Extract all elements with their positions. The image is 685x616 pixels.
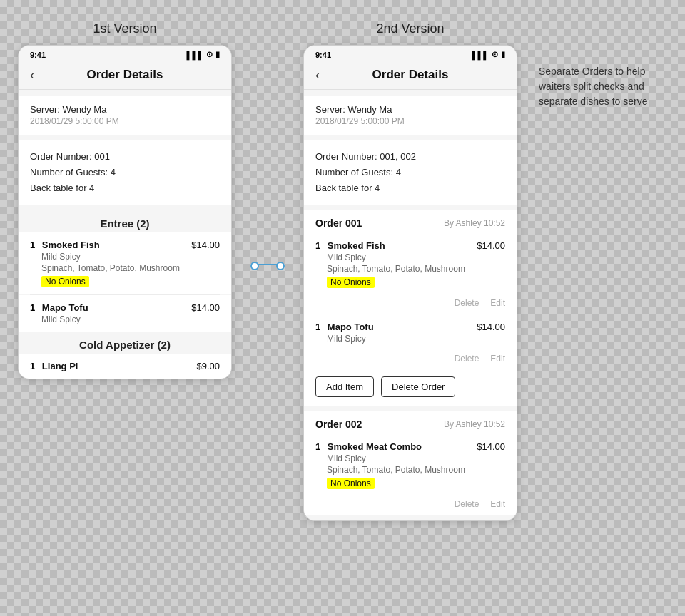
item-price-2: $14.00 — [191, 302, 220, 313]
item-mapo-tofu-v1: 1 Mapo Tofu $14.00 Mild Spicy — [19, 295, 231, 332]
datetime-v1: 2018/01/29 5:00:00 PM — [30, 116, 220, 126]
add-item-button[interactable]: Add Item — [315, 376, 374, 397]
item-row-smc-v2: 1 Smoked Meat Combo $14.00 — [315, 441, 505, 452]
item-name-2: Mapo Tofu — [42, 302, 88, 313]
item-row-mapo-v2: 1 Mapo Tofu $14.00 — [315, 322, 505, 332]
item-left-mapo-v2: 1 Mapo Tofu — [315, 322, 374, 332]
wifi-icon: ⊙ — [206, 50, 213, 59]
item-left-sf-v2: 1 Smoked Fish — [315, 240, 385, 251]
item-name-mapo-v2: Mapo Tofu — [328, 322, 374, 332]
edit-sf-v2[interactable]: Edit — [490, 298, 505, 308]
server-name-v2: Server: Wendy Ma — [315, 104, 505, 115]
order-002-block: Order 002 By Ashley 10:52 1 Smoked Meat … — [304, 411, 517, 515]
no-onions-tag-smc-v2: No Onions — [327, 478, 375, 489]
item-liang-pi-v1: 1 Liang Pi $9.00 — [19, 354, 231, 379]
delete-mapo-v2[interactable]: Delete — [455, 354, 480, 364]
server-name-v1: Server: Wendy Ma — [30, 104, 220, 115]
order-001-header: Order 001 By Ashley 10:52 — [304, 210, 517, 233]
item-num-sf-v2: 1 — [315, 240, 320, 251]
back-button-v2[interactable]: ‹ — [315, 68, 320, 83]
order-001-actions: Add Item Delete Order — [304, 369, 517, 406]
status-bar-v1: 9:41 ▌▌▌ ⊙ ▮ — [19, 46, 231, 62]
server-info-card-v2: Server: Wendy Ma 2018/01/29 5:00:00 PM — [304, 96, 517, 135]
item-detail-mapo-spicy-v2: Mild Spicy — [315, 334, 505, 344]
order-meta-v1: Order Number: 001 Number of Guests: 4 Ba… — [30, 149, 220, 196]
order-002-by: By Ashley 10:52 — [444, 419, 505, 429]
item-name-1: Smoked Fish — [42, 240, 100, 250]
guests-v1: Number of Guests: 4 — [30, 165, 220, 180]
item-smoked-meat-v2: 1 Smoked Meat Combo $14.00 Mild Spicy Sp… — [304, 434, 517, 496]
item-detail-toppings-1: Spinach, Tomato, Potato, Mushroom — [30, 263, 220, 273]
battery-icon: ▮ — [215, 50, 220, 59]
item-detail-spicy-1: Mild Spicy — [30, 252, 220, 262]
item-smoked-fish-v1: 1 Smoked Fish $14.00 Mild Spicy Spinach,… — [19, 232, 231, 294]
edit-mapo-v2[interactable]: Edit — [490, 354, 505, 364]
item-row-sf-v2: 1 Smoked Fish $14.00 — [315, 240, 505, 251]
item-num-smc-v2: 1 — [315, 441, 320, 452]
status-icons-v1: ▌▌▌ ⊙ ▮ — [187, 50, 220, 59]
item-row-mapo-v1: 1 Mapo Tofu $14.00 — [30, 302, 220, 313]
phone-scroll-v2[interactable]: 9:41 ▌▌▌ ⊙ ▮ ‹ Order Details Server: Wen… — [304, 46, 517, 520]
cold-app-header-v1: Cold Appetizer (2) — [19, 332, 231, 354]
entree-header-v1: Entree (2) — [19, 210, 231, 232]
version-2-block: 2nd Version 9:41 ▌▌▌ ⊙ ▮ ‹ Order Details — [303, 21, 517, 521]
wifi-icon-v2: ⊙ — [492, 50, 498, 59]
item-price-sf-v2: $14.00 — [477, 240, 505, 251]
item-detail-smc-spicy: Mild Spicy — [315, 453, 505, 463]
delete-smc-v2[interactable]: Delete — [455, 499, 480, 509]
item-num-mapo-v2: 1 — [315, 322, 320, 332]
item-price-1: $14.00 — [191, 240, 220, 250]
item-name-row: 1 Smoked Fish — [30, 240, 100, 250]
delete-sf-v2[interactable]: Delete — [455, 298, 480, 308]
order-001-block: Order 001 By Ashley 10:52 1 Smoked Fish … — [304, 210, 517, 406]
item-price-mapo-v2: $14.00 — [477, 322, 505, 332]
version-1-title: 1st Version — [93, 21, 156, 36]
order-002-label: Order 002 — [315, 419, 362, 430]
item-mapo-v2: 1 Mapo Tofu $14.00 Mild Spicy — [304, 314, 517, 351]
item-row-smoked-fish-v1: 1 Smoked Fish $14.00 — [30, 240, 220, 250]
delete-order-button[interactable]: Delete Order — [381, 376, 455, 397]
order-001-label: Order 001 — [315, 217, 362, 229]
phone-scroll-v1[interactable]: 9:41 ▌▌▌ ⊙ ▮ ‹ Order Details Server: Wen… — [19, 46, 231, 379]
item-smoked-fish-v2: 1 Smoked Fish $14.00 Mild Spicy Spinach,… — [304, 233, 517, 295]
item-name-smc-v2: Smoked Meat Combo — [328, 441, 422, 452]
item-num-3: 1 — [30, 361, 35, 371]
item-detail-smc-toppings: Spinach, Tomato, Potato, Mushroom — [315, 465, 505, 475]
connector-line — [253, 264, 282, 265]
item-num-2: 1 — [30, 302, 35, 313]
status-icons-v2: ▌▌▌ ⊙ ▮ — [472, 50, 505, 59]
version-1-block: 1st Version 9:41 ▌▌▌ ⊙ ▮ ‹ Order Details — [18, 21, 232, 379]
status-bar-v2: 9:41 ▌▌▌ ⊙ ▮ — [304, 46, 517, 62]
nav-title-v1: Order Details — [87, 68, 163, 82]
order-001-by: By Ashley 10:52 — [444, 218, 505, 228]
no-onions-tag-1: No Onions — [41, 276, 89, 287]
time-v1: 9:41 — [30, 51, 46, 59]
phone-frame-v2: 9:41 ▌▌▌ ⊙ ▮ ‹ Order Details Server: Wen… — [303, 45, 517, 521]
item-actions-mapo-v2: Delete Edit — [304, 351, 517, 369]
item-detail-sf-spicy-v2: Mild Spicy — [315, 252, 505, 262]
guests-v2: Number of Guests: 4 — [315, 165, 505, 180]
item-name-row-mapo: 1 Mapo Tofu — [30, 302, 88, 313]
time-v2: 9:41 — [315, 51, 331, 59]
table-v2: Back table for 4 — [315, 180, 505, 196]
item-price-smc-v2: $14.00 — [477, 441, 505, 452]
table-v1: Back table for 4 — [30, 180, 220, 196]
item-row-liang-pi: 1 Liang Pi $9.00 — [30, 361, 220, 371]
back-button-v1[interactable]: ‹ — [30, 68, 34, 83]
order-number-v1: Order Number: 001 — [30, 149, 220, 165]
version-2-title: 2nd Version — [376, 21, 444, 36]
order-number-v2: Order Number: 001, 002 — [315, 149, 505, 165]
order-002-header: Order 002 By Ashley 10:52 — [304, 411, 517, 434]
order-meta-card-v2: Order Number: 001, 002 Number of Guests:… — [304, 140, 517, 205]
side-note: Separate Orders to help waiters split ch… — [539, 21, 667, 109]
item-name-3: Liang Pi — [42, 361, 78, 371]
signal-icon: ▌▌▌ — [187, 51, 203, 59]
battery-icon-v2: ▮ — [501, 50, 505, 59]
nav-title-v2: Order Details — [372, 68, 449, 82]
item-detail-sf-toppings-v2: Spinach, Tomato, Potato, Mushroom — [315, 264, 505, 274]
no-onions-tag-sf-v2: No Onions — [327, 277, 375, 288]
item-left-smc-v2: 1 Smoked Meat Combo — [315, 441, 422, 452]
connector-area — [253, 21, 282, 265]
item-actions-smc-v2: Delete Edit — [304, 496, 517, 515]
edit-smc-v2[interactable]: Edit — [490, 499, 505, 509]
